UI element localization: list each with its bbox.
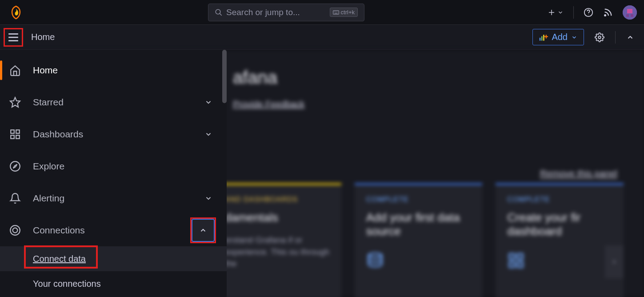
- svg-point-25: [368, 253, 382, 257]
- divider: [573, 6, 574, 19]
- svg-rect-21: [544, 35, 545, 40]
- nav-item-alerting[interactable]: Alerting: [0, 182, 227, 214]
- help-icon: [584, 8, 593, 17]
- database-icon: [366, 252, 384, 269]
- svg-rect-19: [540, 37, 541, 40]
- kbd-shortcut: ctrl+k: [330, 8, 358, 17]
- breadcrumb[interactable]: Home: [31, 32, 55, 42]
- dashboards-icon: [9, 128, 21, 140]
- sub-header: Home Add: [0, 25, 644, 50]
- menu-toggle-button[interactable]: [4, 28, 23, 47]
- compass-icon: [9, 160, 21, 173]
- add-panel-button[interactable]: Add: [532, 29, 584, 45]
- svg-point-38: [13, 228, 18, 233]
- svg-marker-36: [13, 165, 17, 169]
- rss-icon: [603, 8, 613, 17]
- panel-add-icon: [539, 34, 548, 41]
- page-title: afana: [233, 68, 624, 88]
- connections-expand-toggle[interactable]: [190, 217, 216, 243]
- svg-rect-29: [518, 262, 523, 267]
- star-icon: [9, 96, 21, 108]
- nav-sub-your-connections[interactable]: Your connections: [0, 271, 227, 296]
- remove-panel-link[interactable]: Remove this panel: [540, 168, 617, 179]
- help-button[interactable]: [584, 8, 593, 17]
- search-placeholder: Search or jump to...: [226, 8, 326, 17]
- news-button[interactable]: [603, 8, 613, 17]
- chevron-down-icon[interactable]: [204, 194, 212, 202]
- collapse-button[interactable]: [624, 31, 637, 44]
- datasource-card[interactable]: COMPLETE Add your first data source: [355, 183, 483, 297]
- gear-icon: [595, 32, 604, 42]
- nav-label: Starred: [33, 97, 64, 108]
- add-menu[interactable]: [548, 8, 564, 16]
- next-card-button[interactable]: [605, 245, 624, 278]
- svg-rect-15: [631, 14, 633, 17]
- home-icon: [9, 64, 21, 76]
- bell-icon: [9, 192, 21, 205]
- keyboard-icon: [333, 10, 339, 15]
- svg-rect-33: [11, 135, 14, 139]
- svg-rect-14: [626, 14, 629, 17]
- search-box[interactable]: Search or jump to... ctrl+k: [208, 4, 364, 21]
- dashboard-card[interactable]: COMPLETE Create your fir dashboard: [496, 183, 624, 297]
- chevron-down-icon: [571, 34, 577, 40]
- plus-icon: [548, 8, 556, 16]
- nav-sub-connect-data[interactable]: Connect data: [0, 246, 227, 271]
- svg-rect-26: [509, 254, 515, 259]
- hamburger-icon: [8, 33, 19, 42]
- nav-sub-label: Connect data: [33, 254, 86, 264]
- nav-panel: Home Starred Dashboards Explore Alerting: [0, 50, 227, 297]
- svg-rect-20: [541, 36, 543, 40]
- nav-label: Dashboards: [33, 129, 83, 140]
- chevron-down-icon: [557, 9, 564, 16]
- svg-rect-28: [509, 262, 515, 267]
- nav-item-dashboards[interactable]: Dashboards: [0, 118, 227, 150]
- nav-item-connections[interactable]: Connections: [0, 214, 227, 246]
- svg-point-35: [10, 161, 20, 171]
- chevron-down-icon[interactable]: [204, 98, 212, 106]
- nav-label: Connections: [33, 225, 85, 236]
- svg-rect-2: [333, 10, 339, 14]
- connections-icon: [9, 224, 21, 237]
- chevron-down-icon[interactable]: [204, 130, 212, 138]
- avatar[interactable]: [623, 5, 637, 20]
- svg-point-24: [598, 36, 601, 39]
- svg-rect-13: [627, 9, 632, 13]
- nav-label: Home: [33, 65, 58, 76]
- chevron-up-icon: [626, 33, 634, 41]
- svg-rect-31: [11, 130, 14, 133]
- svg-point-37: [10, 225, 20, 235]
- apps-icon: [507, 252, 525, 269]
- nav-label: Explore: [33, 161, 64, 172]
- svg-rect-32: [16, 130, 20, 133]
- nav-label: Alerting: [33, 193, 64, 204]
- svg-rect-34: [16, 135, 20, 139]
- nav-item-explore[interactable]: Explore: [0, 150, 227, 182]
- svg-marker-30: [10, 97, 20, 107]
- nav-item-starred[interactable]: Starred: [0, 86, 227, 118]
- search-icon: [215, 8, 223, 16]
- svg-rect-27: [518, 254, 523, 259]
- svg-point-11: [604, 15, 606, 16]
- svg-line-1: [220, 13, 222, 16]
- nav-item-home[interactable]: Home: [0, 54, 227, 86]
- chevron-up-icon: [199, 226, 207, 234]
- chevron-right-icon: [611, 259, 617, 265]
- settings-button[interactable]: [592, 30, 607, 45]
- nav-sub-label: Your connections: [33, 279, 101, 289]
- svg-point-0: [216, 9, 220, 14]
- top-header: Search or jump to... ctrl+k: [0, 0, 644, 25]
- grafana-logo[interactable]: [7, 5, 25, 20]
- divider: [615, 31, 616, 44]
- feedback-link[interactable]: Provide Feedback: [233, 99, 304, 109]
- tutorial-card[interactable]: AND DASHBOARDS damentals erstand Grafana…: [213, 183, 341, 297]
